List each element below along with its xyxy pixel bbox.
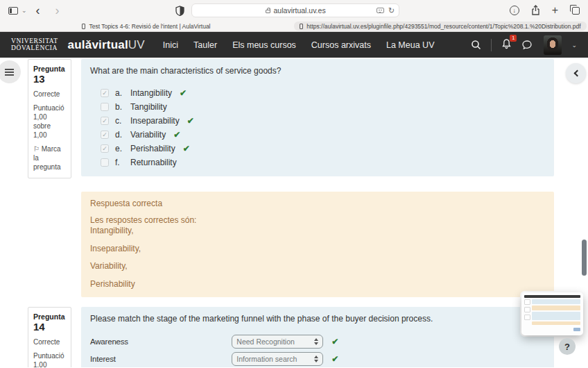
question-14: Pregunta 14 Correcte Puntuació 1,00 sobr…: [28, 307, 554, 367]
quiz-review-page: Pregunta 13 Correcte Puntuació 1,00 sobr…: [0, 58, 588, 367]
option-text: Variability: [130, 130, 166, 140]
feedback-answer: Intangibility,: [90, 226, 133, 235]
question-grade: Puntuació 1,00 sobre 1,00: [33, 351, 66, 367]
forward-button[interactable]: ›: [49, 4, 66, 17]
nav-els-meus-cursos[interactable]: Els meus cursos: [232, 40, 296, 50]
quiz-nav-drawer-toggle[interactable]: [0, 60, 21, 83]
question-number: 14: [33, 321, 45, 333]
question-14-content: Please match the stage of the marketing …: [81, 307, 554, 367]
scrollbar-thumb[interactable]: [582, 240, 587, 276]
nav-cursos-arxivats[interactable]: Cursos arxivats: [311, 40, 371, 50]
back-button[interactable]: ‹: [30, 4, 46, 17]
menu-icon: [5, 69, 14, 70]
sidebar-toggle-button[interactable]: [8, 7, 18, 15]
nav-la-meua-uv[interactable]: La Meua UV: [386, 40, 434, 50]
option-letter: a.: [115, 88, 124, 98]
sidebar-chevron-icon[interactable]: ⌄: [21, 7, 27, 14]
option-text: Tangibility: [130, 102, 167, 112]
nav-inici[interactable]: Inici: [163, 40, 178, 50]
option-text: Intangibility: [130, 88, 172, 98]
question-label: Pregunta: [33, 65, 65, 73]
pip-main: [532, 299, 580, 331]
blocks-drawer-toggle[interactable]: [566, 63, 586, 83]
checkbox-checked[interactable]: ✓: [101, 89, 109, 97]
lock-icon: [266, 10, 270, 13]
privacy-shield-icon[interactable]: [175, 6, 184, 16]
sidebar-icon: [8, 7, 18, 15]
brand-text: aulǎvirtual: [68, 38, 128, 51]
nav-tauler[interactable]: Tauler: [193, 40, 217, 50]
checkbox-unchecked[interactable]: [101, 158, 109, 167]
option-f: f. Returnability: [90, 156, 545, 169]
help-button[interactable]: ?: [559, 338, 576, 355]
tab-title: Test Topics 4-6: Revisió de l'intent | A…: [89, 23, 210, 30]
checkbox-checked[interactable]: ✓: [101, 117, 109, 125]
user-avatar[interactable]: [544, 35, 562, 55]
match-label: Interest: [90, 355, 225, 363]
tab-favicon-icon: [82, 24, 85, 29]
option-text: Returnability: [130, 158, 177, 167]
tab-quiz[interactable]: Test Topics 4-6: Revisió de l'intent | A…: [0, 21, 293, 31]
question-13-info: Pregunta 13 Correcte Puntuació 1,00 sobr…: [28, 59, 71, 178]
notification-badge: 1: [510, 35, 517, 42]
university-logo[interactable]: Vniversitat döValència: [11, 38, 58, 51]
correct-check-icon: ✔: [180, 88, 187, 98]
feedback-box: Respuesta correcta Les respostes correct…: [81, 192, 554, 297]
question-text: What are the main characteristics of ser…: [90, 66, 545, 76]
share-button[interactable]: [531, 5, 540, 16]
feedback-intro: Les respostes correctes són:Intangibilit…: [90, 215, 545, 237]
question-label: Pregunta: [33, 312, 65, 321]
checkbox-checked[interactable]: ✓: [101, 131, 109, 139]
option-a: ✓ a. Intangibility ✔: [90, 86, 545, 100]
correct-check-icon: ✔: [331, 337, 338, 346]
browser-toolbar: ⌄ ‹ › aulavirtual.uv.es ↻ ↓ +: [0, 0, 588, 21]
feedback-intro-text: Les respostes correctes són:: [90, 215, 196, 225]
option-letter: f.: [115, 158, 124, 167]
url-text: aulavirtual.uv.es: [274, 6, 326, 15]
select-value: Need Recognition: [236, 337, 311, 346]
pip-preview-window[interactable]: [521, 292, 583, 335]
aulavirtual-logo[interactable]: aulǎvirtualUV: [68, 38, 145, 52]
option-letter: d.: [115, 130, 124, 140]
feedback-answer: Inseparability,: [90, 244, 545, 255]
option-text: Inseparability: [130, 116, 180, 126]
feedback-answer: Variability,: [90, 261, 545, 272]
tab-overview-button[interactable]: [572, 7, 580, 15]
user-menu-chevron-icon[interactable]: ⌄: [571, 42, 577, 49]
match-select-awareness[interactable]: Need Recognition: [232, 335, 323, 349]
downloads-button[interactable]: ↓: [510, 6, 519, 15]
address-bar[interactable]: aulavirtual.uv.es ↻: [191, 3, 399, 17]
reload-icon[interactable]: ↻: [388, 6, 395, 15]
new-tab-button[interactable]: +: [552, 4, 558, 17]
correct-check-icon: ✔: [173, 130, 180, 140]
input-source-icon[interactable]: [377, 8, 384, 13]
messages-icon[interactable]: [521, 40, 533, 50]
match-table: Awareness Need Recognition ✔ Interest In…: [90, 335, 545, 367]
option-text: Perishability: [130, 144, 175, 153]
main-nav: Inici Tauler Els meus cursos Cursos arxi…: [163, 40, 435, 50]
option-b: b. Tangibility: [90, 100, 545, 114]
question-number: 13: [33, 73, 45, 85]
pip-header-bar: [524, 295, 580, 298]
tab-pdf[interactable]: https://aulavirtual.uv.es/pluginfile.php…: [294, 22, 587, 31]
option-e: ✓ e. Perishability ✔: [90, 142, 545, 156]
feedback-answer: Perishability: [90, 279, 545, 290]
flag-icon: ⚐: [33, 145, 40, 153]
brand-suffix: UV: [128, 38, 145, 51]
checkbox-checked[interactable]: ✓: [101, 144, 109, 153]
pip-body: [524, 299, 580, 331]
match-select-interest[interactable]: Information search: [232, 352, 323, 366]
feedback-title: Respuesta correcta: [90, 199, 545, 210]
correct-check-icon: ✔: [183, 144, 190, 153]
tab-strip: Test Topics 4-6: Revisió de l'intent | A…: [0, 21, 588, 32]
option-letter: e.: [115, 144, 124, 153]
question-grade: Puntuació 1,00 sobre 1,00: [33, 103, 66, 140]
checkbox-unchecked[interactable]: [101, 103, 109, 111]
flag-question-link[interactable]: ⚐ Marca la pregunta: [33, 145, 61, 171]
correct-check-icon: ✔: [331, 354, 338, 364]
match-label: Awareness: [90, 337, 225, 346]
tab-title: https://aulavirtual.uv.es/pluginfile.php…: [306, 23, 580, 30]
pip-button: [573, 328, 580, 331]
search-icon[interactable]: [471, 40, 481, 50]
notifications-button[interactable]: 1: [501, 38, 512, 52]
